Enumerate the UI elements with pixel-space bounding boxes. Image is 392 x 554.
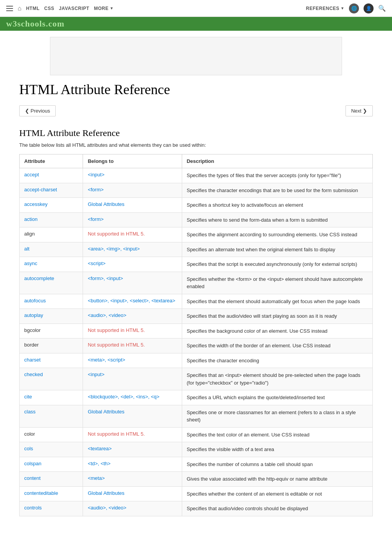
home-icon[interactable]: ⌂ <box>18 5 22 12</box>
attr-link[interactable]: colspan <box>24 461 42 466</box>
attr-cell: border <box>20 338 83 353</box>
attr-cell: align <box>20 227 83 242</box>
attr-link[interactable]: accesskey <box>24 201 48 207</box>
belongs-cell: <meta>, <script> <box>83 353 182 368</box>
attr-cell: autocomplete <box>20 272 83 294</box>
desc-cell: Specifies the width of the border of an … <box>182 338 372 353</box>
nav-references-dropdown[interactable]: REFERENCES ▼ <box>306 6 344 11</box>
belongs-cell: Not supported in HTML 5. <box>83 338 182 353</box>
table-row: accesskeyGlobal AttributesSpecifies a sh… <box>20 198 373 213</box>
hamburger-icon[interactable] <box>6 6 13 11</box>
belongs-cell: Not supported in HTML 5. <box>83 323 182 338</box>
table-row: alt<area>, <img>, <input>Specifies an al… <box>20 242 373 257</box>
table-row: charset<meta>, <script>Specifies the cha… <box>20 353 373 368</box>
not-supported-label: Not supported in HTML 5. <box>88 327 145 333</box>
nav-javascript[interactable]: JAVASCRIPT <box>59 6 89 11</box>
belongs-link[interactable]: <meta> <box>88 475 105 481</box>
next-button[interactable]: Next ❯ <box>345 105 373 116</box>
attr-cell: cite <box>20 390 83 405</box>
attr-cell: class <box>20 405 83 427</box>
attr-cell: charset <box>20 353 83 368</box>
belongs-cell: <script> <box>83 257 182 272</box>
belongs-cell: <form>, <input> <box>83 272 182 294</box>
belongs-link[interactable]: <td>, <th> <box>88 461 110 466</box>
attr-link[interactable]: content <box>24 475 41 481</box>
attr-link[interactable]: accept <box>24 172 39 177</box>
belongs-link[interactable]: <form>, <input> <box>88 275 123 281</box>
nav-references-label[interactable]: REFERENCES <box>306 6 339 11</box>
attr-link[interactable]: checked <box>24 372 43 377</box>
attr-link[interactable]: autocomplete <box>24 275 54 281</box>
belongs-link[interactable]: <script> <box>88 260 105 266</box>
belongs-cell: Global Attributes <box>83 198 182 213</box>
attr-link[interactable]: alt <box>24 246 30 252</box>
desc-cell: Specifies that an <input> element should… <box>182 368 372 390</box>
nav-more-dropdown[interactable]: MORE ▼ <box>94 6 113 11</box>
prev-button[interactable]: ❮ Previous <box>19 105 56 116</box>
table-row: borderNot supported in HTML 5.Specifies … <box>20 338 373 353</box>
desc-cell: Specifies the background color of an ele… <box>182 323 372 338</box>
belongs-cell: <audio>, <video> <box>83 501 182 516</box>
belongs-link[interactable]: Global Attributes <box>88 409 124 415</box>
belongs-link[interactable]: <area>, <img>, <input> <box>88 246 140 252</box>
attr-link[interactable]: action <box>24 216 38 222</box>
attr-cell: bgcolor <box>20 323 83 338</box>
section-desc: The table below lists all HTML attribute… <box>19 142 373 148</box>
attr-link[interactable]: accept-charset <box>24 187 57 192</box>
table-row: colorNot supported in HTML 5.Specifies t… <box>20 427 373 442</box>
attr-link[interactable]: class <box>24 409 36 415</box>
desc-cell: Specifies that audio/video controls shou… <box>182 501 372 516</box>
search-icon-btn[interactable]: 🔍 <box>378 5 386 12</box>
attr-cell: accept <box>20 168 83 183</box>
belongs-cell: <blockquote>, <del>, <ins>, <q> <box>83 390 182 405</box>
belongs-cell: <form> <box>83 212 182 227</box>
attr-link[interactable]: autofocus <box>24 298 46 304</box>
brand-w3: w3schools <box>6 19 46 28</box>
user-icon-btn[interactable]: 👤 <box>364 3 374 13</box>
section-title: HTML Attribute Reference <box>19 128 373 138</box>
attr-link[interactable]: charset <box>24 357 41 363</box>
belongs-link[interactable]: <button>, <input>, <select>, <textarea> <box>88 298 175 304</box>
not-supported-label: Not supported in HTML 5. <box>88 431 145 437</box>
table-row: bgcolorNot supported in HTML 5.Specifies… <box>20 323 373 338</box>
belongs-cell: Not supported in HTML 5. <box>83 227 182 242</box>
navbar-left: ⌂ HTML CSS JAVASCRIPT MORE ▼ <box>6 5 113 12</box>
nav-html[interactable]: HTML <box>26 6 40 11</box>
attr-cell: autoplay <box>20 309 83 324</box>
attr-cell: async <box>20 257 83 272</box>
attr-link[interactable]: async <box>24 260 37 266</box>
belongs-link[interactable]: <input> <box>88 372 104 377</box>
belongs-cell: <area>, <img>, <input> <box>83 242 182 257</box>
belongs-link[interactable]: <audio>, <video> <box>88 505 126 511</box>
col-header-description: Description <box>182 154 372 168</box>
table-row: content<meta>Gives the value associated … <box>20 472 373 487</box>
belongs-link[interactable]: <audio>, <video> <box>88 312 126 318</box>
belongs-link[interactable]: <blockquote>, <del>, <ins>, <q> <box>88 394 159 400</box>
table-row: classGlobal AttributesSpecifies one or m… <box>20 405 373 427</box>
attr-link[interactable]: cols <box>24 446 33 451</box>
navbar: ⌂ HTML CSS JAVASCRIPT MORE ▼ REFERENCES … <box>0 0 392 17</box>
globe-icon-btn[interactable]: 🌐 <box>349 3 359 13</box>
belongs-link[interactable]: Global Attributes <box>88 201 124 207</box>
not-supported-label: Not supported in HTML 5. <box>88 231 145 237</box>
belongs-link[interactable]: <form> <box>88 216 103 222</box>
belongs-link[interactable]: <input> <box>88 172 104 177</box>
attribute-table: Attribute Belongs to Description accept<… <box>19 154 373 516</box>
attr-link[interactable]: controls <box>24 505 42 511</box>
col-header-attribute: Attribute <box>20 154 83 168</box>
desc-cell: Specifies a shortcut key to activate/foc… <box>182 198 372 213</box>
attr-link[interactable]: contenteditable <box>24 490 58 496</box>
belongs-link[interactable]: Global Attributes <box>88 490 124 496</box>
table-row: accept<input>Specifies the types of file… <box>20 168 373 183</box>
nav-css[interactable]: CSS <box>44 6 54 11</box>
nav-more-label[interactable]: MORE <box>94 6 108 11</box>
belongs-link[interactable]: <meta>, <script> <box>88 357 125 363</box>
desc-cell: Specifies that the script is executed as… <box>182 257 372 272</box>
attr-link[interactable]: cite <box>24 394 32 400</box>
belongs-link[interactable]: <form> <box>88 187 103 192</box>
attr-link[interactable]: autoplay <box>24 312 43 318</box>
attr-cell: checked <box>20 368 83 390</box>
nav-references-arrow: ▼ <box>341 6 344 10</box>
belongs-link[interactable]: <textarea> <box>88 446 111 451</box>
attr-cell: controls <box>20 501 83 516</box>
